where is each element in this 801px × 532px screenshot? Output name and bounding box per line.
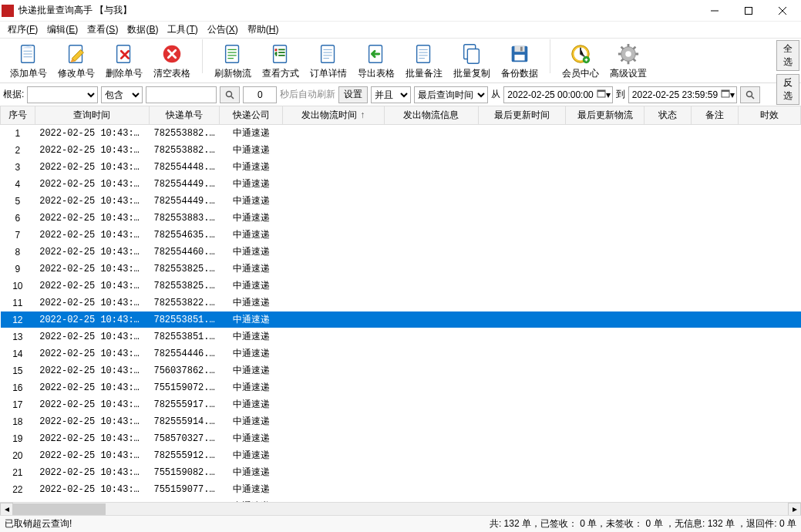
col-9[interactable]: 备注 (691, 106, 738, 125)
svg-rect-0 (745, 7, 752, 14)
calendar-icon (597, 89, 606, 100)
tb-label: 高级设置 (610, 67, 647, 80)
copy-icon (460, 42, 483, 66)
col-1[interactable]: 查询时间 (35, 106, 149, 125)
view-icon (269, 42, 292, 66)
menu-s[interactable]: 查看(S) (82, 22, 123, 38)
tb-add-button[interactable]: 添加单号 (5, 39, 52, 82)
col-3[interactable]: 快递公司 (220, 106, 282, 125)
tb-export-button[interactable]: 导出表格 (352, 39, 400, 82)
close-button[interactable] (766, 0, 799, 22)
setting-button[interactable]: 设置 (338, 86, 368, 103)
col-5[interactable]: 发出物流信息 (384, 106, 478, 125)
tb-delete-button[interactable]: 删除单号 (100, 39, 148, 82)
scroll-right-arrow[interactable]: ▸ (788, 503, 801, 516)
svg-rect-7 (275, 49, 278, 51)
tb-detail-button[interactable]: 订单详情 (305, 39, 352, 82)
table-row[interactable]: 182022-02-25 10:43:29782555914...中通速递 (1, 413, 801, 430)
table-row[interactable]: 202022-02-25 10:43:29782555912...中通速递 (1, 447, 801, 464)
menu-b[interactable]: 数据(B) (123, 22, 163, 38)
export-icon (365, 42, 388, 66)
col-8[interactable]: 状态 (644, 106, 691, 125)
table-row[interactable]: 222022-02-25 10:43:29755159077...中通速递 (1, 481, 801, 498)
table-row[interactable]: 32022-02-25 10:43:29782554448...中通速递 (1, 159, 801, 176)
tb-copy-button[interactable]: 批量复制 (448, 39, 496, 82)
table-row[interactable]: 142022-02-25 10:43:29782554446...中通速递 (1, 345, 801, 362)
table-row[interactable]: 12022-02-25 10:43:29782553882...中通速递 (1, 125, 801, 142)
toolbar: 添加单号修改单号删除单号清空表格刷新物流查看方式订单详情导出表格批量备注批量复制… (0, 39, 801, 83)
svg-point-28 (747, 91, 752, 96)
table-row[interactable]: 172022-02-25 10:43:29782555917...中通速递 (1, 396, 801, 413)
menu-h[interactable]: 帮助(H) (243, 22, 284, 38)
date-search-button[interactable] (740, 86, 760, 103)
tb-member-button[interactable]: 会员中心 (557, 39, 604, 82)
table-row[interactable]: 162022-02-25 10:43:29755159072...中通速递 (1, 379, 801, 396)
menu-x[interactable]: 公告(X) (203, 22, 243, 38)
statusbar: 已取销超云查询! 共: 132 单，已签收： 0 单，未签收： 0 单 ，无信息… (0, 515, 801, 532)
table-row[interactable]: 132022-02-25 10:43:29782553851...中通速递 (1, 328, 801, 345)
scroll-left-arrow[interactable]: ◂ (0, 503, 13, 516)
horizontal-scrollbar[interactable]: ◂ ▸ (0, 502, 801, 515)
note-icon (412, 42, 436, 66)
col-4[interactable]: 发出物流时间↑ (282, 106, 384, 125)
tb-note-button[interactable]: 批量备注 (400, 39, 448, 82)
select-all-button[interactable]: 全选 (776, 40, 799, 71)
tb-refresh-button[interactable]: 刷新物流 (209, 39, 257, 82)
menu-f[interactable]: 程序(F) (3, 22, 42, 38)
table-scroll[interactable]: 序号查询时间快递单号快递公司发出物流时间↑发出物流信息最后更新时间最后更新物流状… (0, 106, 801, 502)
from-date-field[interactable]: 2022-02-25 00:00:00 ▾ (503, 86, 612, 103)
tb-backup-button[interactable]: 备份数据 (496, 39, 544, 82)
table-row[interactable]: 72022-02-25 10:43:29782554635...中通速递 (1, 227, 801, 244)
invert-select-button[interactable]: 反选 (776, 74, 799, 105)
auto-refresh-label: 秒后自动刷新 (280, 88, 335, 101)
col-0[interactable]: 序号 (1, 106, 35, 125)
table-row[interactable]: 152022-02-25 10:43:29756037862...中通速递 (1, 362, 801, 379)
table-row[interactable]: 22022-02-25 10:43:29782553882...中通速递 (1, 142, 801, 159)
refresh-icon (221, 42, 244, 66)
tb-label: 修改单号 (58, 67, 95, 80)
svg-rect-5 (226, 45, 239, 62)
table-row[interactable]: 112022-02-25 10:43:29782553822...中通速递 (1, 295, 801, 311)
sort-asc-icon: ↑ (360, 109, 365, 120)
filter-search-button[interactable] (220, 86, 240, 103)
basis-label: 根据: (3, 88, 24, 101)
table-row[interactable]: 42022-02-25 10:43:29782554449...中通速递 (1, 176, 801, 193)
search-input[interactable] (146, 86, 217, 103)
delete-icon (113, 42, 136, 66)
tb-label: 批量备注 (406, 67, 443, 80)
col-7[interactable]: 最后更新物流 (566, 106, 645, 125)
tb-clear-button[interactable]: 清空表格 (148, 39, 196, 82)
table-row[interactable]: 62022-02-25 10:43:29782553883...中通速递 (1, 210, 801, 227)
col-10[interactable]: 时效 (738, 106, 800, 125)
table-row[interactable]: 192022-02-25 10:43:29758570327...中通速递 (1, 430, 801, 447)
count-input[interactable] (243, 86, 277, 103)
settings-icon (617, 42, 640, 66)
table-row[interactable]: 92022-02-25 10:43:29782553825...中通速递 (1, 261, 801, 278)
maximize-button[interactable] (732, 0, 766, 22)
last-query-select[interactable]: 最后查询时间 (414, 86, 488, 103)
menubar: 程序(F)编辑(E)查看(S)数据(B)工具(T)公告(X)帮助(H) (0, 22, 801, 39)
table-row[interactable]: 102022-02-25 10:43:29782553825...中通速递 (1, 278, 801, 295)
chevron-down-icon: ▾ (606, 89, 611, 100)
table-row[interactable]: 82022-02-25 10:43:29782554460...中通速递 (1, 244, 801, 261)
filter-bar: 根据: 包含 秒后自动刷新 设置 并且 最后查询时间 从 2022-02-25 … (0, 83, 801, 106)
menu-t[interactable]: 工具(T) (163, 22, 202, 38)
table-area: 序号查询时间快递单号快递公司发出物流时间↑发出物流信息最后更新时间最后更新物流状… (0, 106, 801, 515)
col-6[interactable]: 最后更新时间 (478, 106, 566, 125)
table-row[interactable]: 122022-02-25 10:43:29782553851...中通速递 (1, 311, 801, 328)
menu-e[interactable]: 编辑(E) (42, 22, 82, 38)
svg-rect-16 (514, 54, 524, 60)
table-row[interactable]: 52022-02-25 10:43:29782554449...中通速递 (1, 193, 801, 210)
tb-label: 会员中心 (562, 67, 599, 80)
tb-settings-button[interactable]: 高级设置 (604, 39, 652, 82)
basis-select[interactable] (27, 86, 98, 103)
table-row[interactable]: 212022-02-25 10:43:29755159082...中通速递 (1, 464, 801, 481)
tb-edit-button[interactable]: 修改单号 (52, 39, 100, 82)
to-date-field[interactable]: 2022-02-25 23:59:59 ▾ (628, 86, 737, 103)
tb-view-button[interactable]: 查看方式 (257, 39, 305, 82)
and-select[interactable]: 并且 (371, 86, 411, 103)
contain-select[interactable]: 包含 (101, 86, 143, 103)
minimize-button[interactable] (698, 0, 732, 22)
status-left: 已取销超云查询! (5, 517, 490, 530)
col-2[interactable]: 快递单号 (149, 106, 219, 125)
